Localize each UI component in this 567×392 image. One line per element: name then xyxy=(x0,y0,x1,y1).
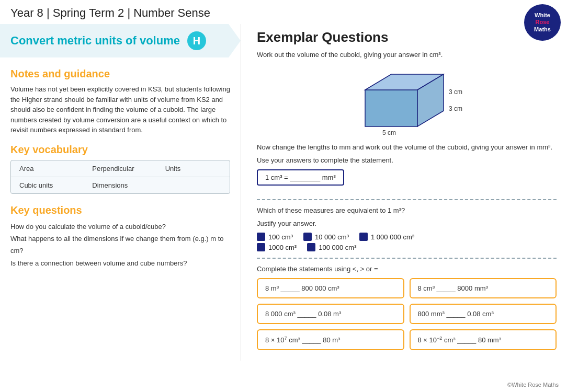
section-banner-title: Convert metric units of volume xyxy=(10,34,180,48)
mc-icon-3 xyxy=(359,233,368,241)
wrm-logo: White Rose Maths xyxy=(524,4,561,41)
mc-icon-2 xyxy=(303,233,312,241)
comparison-box-2: 8 cm³ _____ 8000 mm³ xyxy=(410,278,557,298)
statement-box: 1 cm³ = ________ mm³ xyxy=(257,169,344,186)
comparison-box-5: 8 × 107 cm³ _____ 80 m³ xyxy=(257,329,404,350)
svg-text:3 cm: 3 cm xyxy=(449,105,462,112)
header-title: Year 8 | Spring Term 2 | Number Sense xyxy=(10,6,210,20)
divider-2 xyxy=(257,258,557,259)
mc-label-4: 1000 cm³ xyxy=(268,244,297,251)
mc-item-1000cm3: 1000 cm³ xyxy=(257,243,297,251)
cuboid-diagram: 5 cm 3 cm 3 cm xyxy=(257,64,557,137)
mc-label-2: 10 000 cm³ xyxy=(315,233,349,241)
q3-text2: Justify your answer. xyxy=(257,220,557,227)
mc-icon-5 xyxy=(307,243,315,251)
cuboid-svg: 5 cm 3 cm 3 cm xyxy=(349,64,464,137)
mc-icon-4 xyxy=(257,243,265,251)
comparison-box-4: 800 mm³ _____ 0.08 cm³ xyxy=(410,304,557,324)
vocab-cell-perpendicular: Perpendicular xyxy=(84,160,156,177)
logo-rose: Rose xyxy=(536,19,550,26)
notes-heading: Notes and guidance xyxy=(10,68,230,80)
section-badge: H xyxy=(187,31,206,50)
mc-item-100cm3: 100 cm³ xyxy=(257,233,293,241)
mc-item-10000cm3: 10 000 cm³ xyxy=(303,233,349,241)
mc-item-100000cm3: 100 000 cm³ xyxy=(307,243,356,251)
vocab-row-1: Area Perpendicular Units xyxy=(11,160,230,177)
vocab-row-2: Cubic units Dimensions xyxy=(11,177,230,193)
comparison-box-1: 8 m³ _____ 800 000 cm³ xyxy=(257,278,404,298)
q4-text: Complete the statements using <, > or = xyxy=(257,265,557,273)
question-1: How do you calculate the volume of a cub… xyxy=(10,221,230,233)
right-panel: Exemplar Questions Work out the volume o… xyxy=(241,24,567,361)
footer-copyright: ©White Rose Maths xyxy=(507,382,559,388)
svg-text:5 cm: 5 cm xyxy=(382,129,395,136)
mc-row-1: 100 cm³ 10 000 cm³ 1 000 000 cm³ xyxy=(257,233,557,241)
vocab-heading: Key vocabulary xyxy=(10,144,230,156)
mc-label-1: 100 cm³ xyxy=(268,233,293,241)
vocab-cell-cubic: Cubic units xyxy=(11,177,84,193)
comparison-grid: 8 m³ _____ 800 000 cm³ 8 cm³ _____ 8000 … xyxy=(257,278,557,350)
left-content: Notes and guidance Volume has not yet be… xyxy=(0,68,241,269)
vocab-cell-units: Units xyxy=(157,160,230,177)
question-2: What happens to all the dimensions if we… xyxy=(10,233,230,257)
q3-text1: Which of these measures are equivalent t… xyxy=(257,206,557,214)
q2-text2: Use your answers to complete the stateme… xyxy=(257,156,557,164)
main-layout: Convert metric units of volume H Notes a… xyxy=(0,24,567,361)
mc-item-1000000cm3: 1 000 000 cm³ xyxy=(359,233,414,241)
svg-text:3 cm: 3 cm xyxy=(449,88,462,96)
q2-text1: Now change the lengths to mm and work ou… xyxy=(257,143,557,151)
mc-label-3: 1 000 000 cm³ xyxy=(371,233,414,241)
mc-label-5: 100 000 cm³ xyxy=(319,244,356,251)
mc-row-2: 1000 cm³ 100 000 cm³ xyxy=(257,243,557,251)
comparison-box-3: 8 000 cm³ _____ 0.08 m³ xyxy=(257,304,404,324)
question-3: Is there a connection between volume and… xyxy=(10,257,230,269)
vocab-cell-dimensions: Dimensions xyxy=(84,177,156,193)
exemplar-title: Exemplar Questions xyxy=(257,29,557,45)
comparison-box-6: 8 × 10−2 cm³ _____ 80 mm³ xyxy=(410,329,557,350)
left-panel: Convert metric units of volume H Notes a… xyxy=(0,24,241,361)
divider-1 xyxy=(257,199,557,200)
key-questions-text: How do you calculate the volume of a cub… xyxy=(10,221,230,270)
notes-text: Volume has not yet been explicitly cover… xyxy=(10,84,230,135)
vocab-table: Area Perpendicular Units Cubic units Dim… xyxy=(10,160,230,194)
q1-text: Work out the volume of the cuboid, givin… xyxy=(257,51,557,59)
logo-maths: Maths xyxy=(534,26,551,33)
questions-heading: Key questions xyxy=(10,204,230,216)
section-banner: Convert metric units of volume H xyxy=(0,24,241,57)
page-header: Year 8 | Spring Term 2 | Number Sense xyxy=(0,0,567,24)
logo-white: White xyxy=(535,12,550,19)
mc-icon-1 xyxy=(257,233,265,241)
vocab-cell-area: Area xyxy=(11,160,84,177)
vocab-cell-empty xyxy=(157,177,230,193)
svg-marker-0 xyxy=(365,90,417,126)
